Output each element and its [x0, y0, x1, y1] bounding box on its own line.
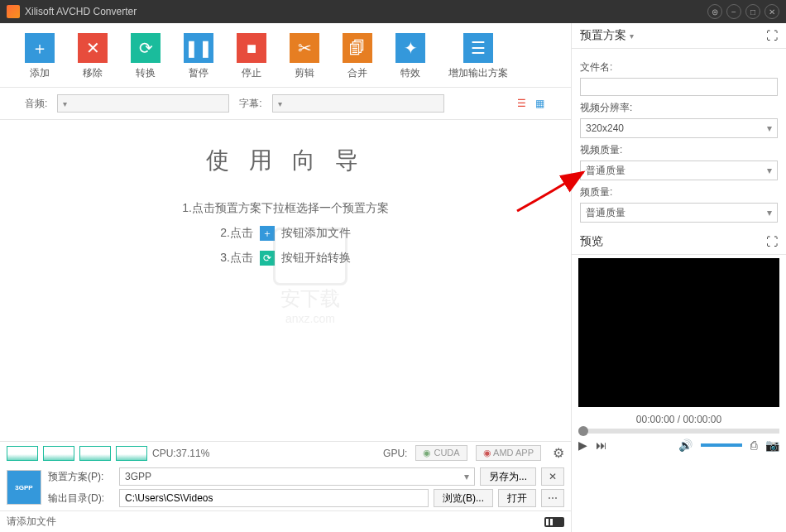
- gear-icon[interactable]: ⚙: [553, 445, 564, 461]
- preview-panel-title: 预览: [580, 234, 603, 249]
- settings-button[interactable]: ⊜: [707, 4, 722, 19]
- vquality-select[interactable]: 普通质量: [580, 161, 778, 180]
- aquality-label: 频质量:: [580, 185, 778, 199]
- wizard-step-2: 2.点击 ＋ 按钮添加文件: [0, 226, 571, 241]
- aquality-select[interactable]: 普通质量: [580, 203, 778, 223]
- pause-button[interactable]: ❚❚ 暂停: [184, 33, 213, 80]
- effect-button[interactable]: ✦ 特效: [395, 33, 425, 80]
- preview-time: 00:00:00 / 00:00:00: [572, 410, 786, 429]
- audio-label: 音频:: [25, 97, 47, 111]
- plus-icon: ＋: [260, 226, 275, 241]
- resolution-select[interactable]: 320x240: [580, 118, 778, 138]
- wizard-step-1: 1.点击预置方案下拉框选择一个预置方案: [0, 201, 571, 216]
- add-profile-button[interactable]: ☰ 增加输出方案: [448, 33, 508, 80]
- next-button[interactable]: ⏭: [596, 439, 607, 452]
- browse-button[interactable]: 浏览(B)...: [434, 489, 493, 507]
- cpu-core-4: [116, 446, 147, 461]
- close-button[interactable]: ✕: [764, 4, 779, 19]
- plus-icon: ＋: [25, 33, 55, 63]
- list-plus-icon: ☰: [463, 33, 493, 63]
- cuda-button[interactable]: ◉ CUDA: [415, 445, 467, 461]
- sparkle-icon: ✦: [395, 33, 425, 63]
- output-dir-input[interactable]: [119, 489, 429, 507]
- resolution-label: 视频分辨率:: [580, 101, 778, 115]
- amd-button[interactable]: ◉ AMD APP: [476, 445, 541, 461]
- wizard-step-3: 3.点击 ⟳ 按钮开始转换: [0, 251, 571, 266]
- merge-icon: 🗐: [343, 33, 372, 63]
- volume-slider[interactable]: [701, 443, 742, 447]
- gpu-label: GPU:: [383, 448, 407, 459]
- expand-preset-icon[interactable]: ⛶: [766, 29, 778, 42]
- maximize-button[interactable]: □: [745, 4, 760, 19]
- stop-button[interactable]: ■ 停止: [237, 33, 266, 80]
- app-title: Xilisoft AVCHD Converter: [25, 6, 137, 17]
- cpu-core-2: [43, 446, 74, 461]
- stop-icon: ■: [237, 33, 266, 63]
- preset-delete-button[interactable]: ✕: [541, 467, 564, 486]
- vquality-label: 视频质量:: [580, 143, 778, 157]
- watermark: 安下载 anxz.com: [273, 228, 347, 325]
- cpu-core-3: [79, 446, 111, 461]
- filename-label: 文件名:: [580, 60, 778, 74]
- camera-button[interactable]: 📷: [765, 439, 779, 452]
- preset-label: 预置方案(P):: [48, 470, 114, 484]
- list-view-icon[interactable]: ☰: [515, 97, 528, 110]
- snapshot-button[interactable]: ⎙: [750, 439, 757, 452]
- minimize-button[interactable]: −: [726, 4, 741, 19]
- cut-button[interactable]: ✂ 剪辑: [290, 33, 319, 80]
- subtitle-label: 字幕:: [239, 97, 261, 111]
- preset-select[interactable]: 3GPP▾: [119, 467, 475, 486]
- arrow-cycle-icon: ⟳: [260, 251, 275, 266]
- output-label: 输出目录(D):: [48, 491, 114, 506]
- volume-icon[interactable]: 🔊: [678, 439, 693, 452]
- output-more-button[interactable]: ⋯: [541, 489, 564, 507]
- open-button[interactable]: 打开: [498, 489, 536, 507]
- remove-button[interactable]: ✕ 移除: [78, 33, 108, 80]
- preview-video: [578, 258, 779, 407]
- status-toggle[interactable]: [544, 517, 564, 527]
- status-text: 请添加文件: [7, 515, 56, 529]
- grid-view-icon[interactable]: ▦: [533, 97, 546, 110]
- arrow-cycle-icon: ⟳: [131, 33, 161, 63]
- wizard-area: 使 用 向 导 1.点击预置方案下拉框选择一个预置方案 2.点击 ＋ 按钮添加文…: [0, 120, 571, 441]
- merge-button[interactable]: 🗐 合并: [343, 33, 372, 80]
- subtitle-select[interactable]: [272, 94, 444, 113]
- pause-icon: ❚❚: [184, 33, 213, 63]
- x-icon: ✕: [78, 33, 108, 63]
- expand-preview-icon[interactable]: ⛶: [766, 235, 778, 248]
- audio-select[interactable]: [57, 94, 229, 113]
- play-button[interactable]: ▶: [578, 439, 587, 452]
- cpu-label: CPU:37.11%: [152, 448, 209, 459]
- scissors-icon: ✂: [290, 33, 319, 63]
- add-button[interactable]: ＋ 添加: [25, 33, 55, 80]
- convert-button[interactable]: ⟳ 转换: [131, 33, 161, 80]
- preset-panel-title: 预置方案: [580, 28, 626, 43]
- filename-input[interactable]: [580, 78, 778, 96]
- profile-format-icon: 3GPP: [7, 470, 41, 505]
- preview-seek-slider[interactable]: [578, 429, 779, 434]
- toolbar: ＋ 添加 ✕ 移除 ⟳ 转换 ❚❚ 暂停 ■ 停止 ✂ 剪辑: [0, 23, 571, 88]
- cpu-core-1: [7, 446, 38, 461]
- wizard-title: 使 用 向 导: [0, 145, 571, 176]
- saveas-button[interactable]: 另存为...: [480, 467, 536, 486]
- app-icon: [7, 5, 20, 18]
